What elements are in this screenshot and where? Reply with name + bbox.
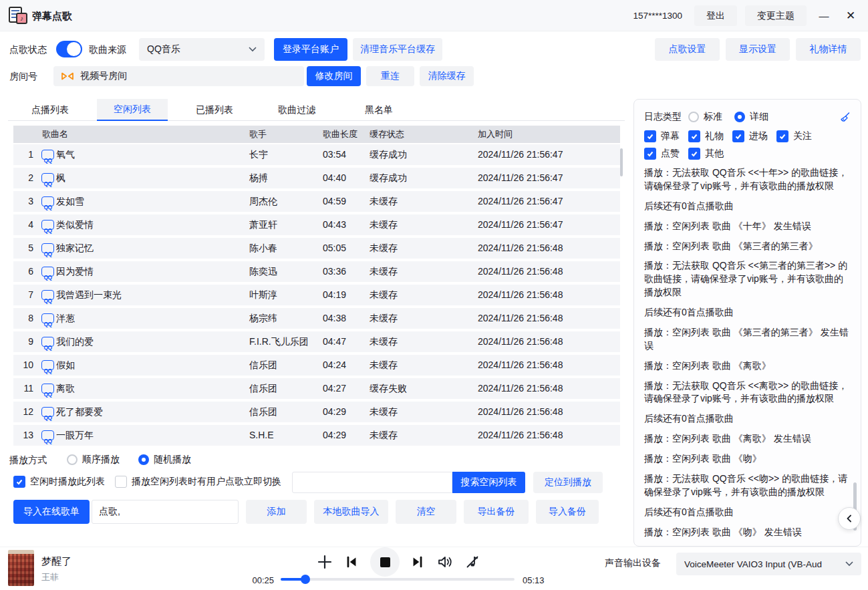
song-length: 03:54 [323, 144, 346, 165]
minimize-icon[interactable]: — [815, 7, 833, 25]
room-input[interactable]: 视频号房间 [53, 66, 304, 86]
music-source-value: QQ音乐 [147, 43, 249, 55]
reconnect-button[interactable]: 重连 [366, 66, 414, 86]
switch-on-request-label: 播放空闲列表时有用户点歌立即切换 [132, 476, 281, 488]
login-platform-button[interactable]: 登录平台账户 [274, 38, 347, 61]
clear-log-broom-icon[interactable] [839, 112, 851, 123]
table-header: 歌曲名 歌手 歌曲长度 缓存状态 加入时间 [13, 126, 620, 143]
table-row[interactable]: 2 QQ 枫 杨搏 04:40 缓存成功 2024/11/26 21:56:47 [13, 168, 620, 188]
app-title: 弹幕点歌 [32, 0, 72, 31]
table-row[interactable]: 11 QQ 离歌 信乐团 04:27 缓存失败 2024/11/26 21:56… [13, 378, 620, 399]
add-song-button[interactable] [315, 547, 334, 577]
output-device-label: 声音输出设备 [605, 557, 661, 569]
song-settings-button[interactable]: 点歌设置 [655, 38, 720, 61]
song-request-toggle[interactable] [56, 41, 82, 57]
volume-button[interactable] [436, 547, 454, 577]
mute-music-button[interactable] [464, 547, 481, 577]
table-row[interactable]: 13 QQ 一眼万年 S.H.E 04:29 未缓存 2024/11/26 21… [13, 425, 620, 446]
col-cache-state: 缓存状态 [370, 126, 404, 143]
search-idle-button[interactable]: 搜索空闲列表 [452, 472, 525, 493]
table-row[interactable]: 10 QQ 假如 信乐团 04:24 未缓存 2024/11/26 21:56:… [13, 355, 620, 376]
tab-item[interactable]: 歌曲过滤 [261, 99, 332, 121]
log-filter-checkbox[interactable]: 点赞 [644, 148, 680, 160]
tab-item[interactable]: 黑名单 [343, 99, 414, 121]
added-time: 2024/11/26 21:56:47 [478, 191, 563, 212]
row-number: 11 [13, 378, 33, 399]
cache-status: 未缓存 [370, 285, 398, 305]
clear-cache-button[interactable]: 清除缓存 [420, 66, 474, 86]
clear-list-button[interactable]: 清空 [396, 500, 456, 524]
now-playing-title: 梦醒了 [41, 555, 71, 568]
filter-label: 礼物 [705, 130, 724, 142]
log-type-radio[interactable]: 详细 [734, 111, 768, 123]
song-artist: 陈小春 [249, 238, 277, 259]
album-art [8, 550, 34, 586]
log-filter-checkbox[interactable]: 进场 [732, 130, 768, 142]
song-length: 04:38 [323, 308, 346, 329]
change-theme-button[interactable]: 变更主题 [745, 5, 807, 26]
log-type-radio[interactable]: 标准 [688, 111, 722, 123]
log-filter-checkbox[interactable]: 其他 [688, 148, 724, 160]
close-icon[interactable]: ✕ [841, 7, 860, 25]
playback-mode-label: 播放方式 [9, 452, 47, 468]
import-backup-button[interactable]: 导入备份 [536, 500, 599, 524]
log-filter-checkbox[interactable]: 关注 [776, 130, 812, 142]
stop-button[interactable] [370, 547, 400, 577]
table-row[interactable]: 7 QQ 我曾遇到一束光 叶斯淳 04:19 未缓存 2024/11/26 21… [13, 285, 620, 305]
next-button[interactable] [409, 547, 426, 577]
clear-platform-cache-button[interactable]: 清理音乐平台缓存 [353, 38, 442, 61]
table-row[interactable]: 12 QQ 死了都要爱 信乐团 04:29 未缓存 2024/11/26 21:… [13, 402, 620, 422]
tab-item[interactable]: 空闲列表 [97, 99, 168, 121]
switch-on-request-checkbox[interactable]: 播放空闲列表时有用户点歌立即切换 [115, 476, 281, 488]
locate-playing-button[interactable]: 定位到播放 [533, 472, 603, 493]
table-row[interactable]: 5 QQ 独家记忆 陈小春 05:05 未缓存 2024/11/26 21:56… [13, 238, 620, 259]
logout-button[interactable]: 登出 [694, 5, 737, 26]
log-filter-checkbox[interactable]: 弹幕 [644, 130, 680, 142]
row-number: 3 [13, 191, 33, 212]
music-source-select[interactable]: QQ音乐 [139, 38, 265, 61]
log-filter-checkbox[interactable]: 礼物 [688, 130, 724, 142]
song-artist: 信乐团 [249, 402, 277, 422]
table-row[interactable]: 6 QQ 因为爱情 陈奕迅 03:36 未缓存 2024/11/26 21:56… [13, 261, 620, 282]
gift-details-button[interactable]: 礼物详情 [796, 38, 861, 61]
table-row[interactable]: 4 QQ 类似爱情 萧亚轩 04:43 未缓存 2024/11/26 21:56… [13, 214, 620, 235]
tab-item[interactable]: 点播列表 [15, 99, 86, 121]
playlist-id-input[interactable]: 点歌, [92, 500, 239, 524]
added-time: 2024/11/26 21:56:48 [478, 308, 563, 329]
checkbox-checked-icon [776, 130, 788, 142]
add-button[interactable]: 添加 [246, 500, 307, 524]
table-row[interactable]: 3 QQ 发如雪 周杰伦 04:59 未缓存 2024/11/26 21:56:… [13, 191, 620, 212]
cache-status: 未缓存 [370, 331, 398, 352]
collapse-panel-button[interactable] [838, 507, 861, 530]
added-time: 2024/11/26 21:56:48 [478, 402, 563, 422]
display-settings-button[interactable]: 显示设置 [726, 38, 790, 61]
cache-status: 缓存成功 [370, 168, 407, 188]
modify-room-button[interactable]: 修改房间 [307, 66, 361, 86]
slider-thumb[interactable] [301, 575, 310, 584]
filter-label: 弹幕 [661, 130, 680, 142]
playback-mode-radio[interactable]: 随机播放 [138, 454, 191, 466]
tab-item[interactable]: 已播列表 [179, 99, 250, 121]
idle-play-checkbox[interactable]: 空闲时播放此列表 [13, 476, 105, 488]
search-idle-input[interactable] [292, 472, 452, 493]
export-backup-button[interactable]: 导出备份 [464, 500, 529, 524]
log-entry: 播放：无法获取 QQ音乐 <<吻>> 的歌曲链接，请确保登录了vip账号，并有该… [644, 472, 851, 499]
song-artist: 信乐团 [249, 355, 277, 376]
row-number: 12 [13, 402, 33, 422]
table-row[interactable]: 8 QQ 洋葱 杨宗纬 04:38 未缓存 2024/11/26 21:56:4… [13, 308, 620, 329]
table-row[interactable]: 1 QQ 氧气 长宇 03:54 缓存成功 2024/11/26 21:56:4… [13, 144, 620, 165]
previous-button[interactable] [343, 547, 360, 577]
output-device-select[interactable]: VoiceMeeter VAIO3 Input (VB-Aud [676, 553, 861, 575]
song-name: 我曾遇到一束光 [56, 285, 122, 305]
checkbox-checked-icon [732, 130, 744, 142]
table-scrollbar[interactable] [620, 148, 623, 176]
skip-back-icon [344, 555, 359, 569]
list-tabs: 点播列表 空闲列表 已播列表 歌曲过滤 黑名单 [8, 99, 625, 121]
table-row[interactable]: 9 QQ 我们的爱 F.I.R.飞儿乐团 04:47 未缓存 2024/11/2… [13, 331, 620, 352]
local-import-button[interactable]: 本地歌曲导入 [314, 500, 388, 524]
radio-icon [734, 112, 745, 122]
import-online-playlist-button[interactable]: 导入在线歌单 [13, 500, 90, 524]
radio-label: 顺序播放 [82, 454, 120, 466]
playback-mode-radio[interactable]: 顺序播放 [67, 454, 120, 466]
progress-slider[interactable] [281, 578, 515, 581]
